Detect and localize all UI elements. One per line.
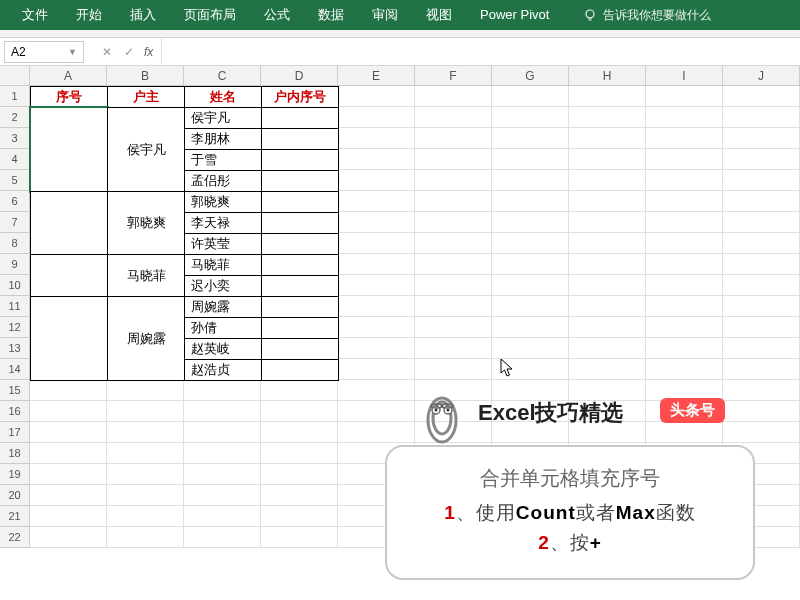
table-cell[interactable]: [261, 233, 339, 255]
cell[interactable]: [723, 128, 800, 149]
col-header[interactable]: A: [30, 66, 107, 85]
col-header[interactable]: H: [569, 66, 646, 85]
cell[interactable]: [723, 149, 800, 170]
cell[interactable]: [184, 506, 261, 527]
cell[interactable]: [338, 359, 415, 380]
col-header[interactable]: I: [646, 66, 723, 85]
cell[interactable]: [415, 296, 492, 317]
cell[interactable]: [184, 443, 261, 464]
cell[interactable]: [184, 485, 261, 506]
cell[interactable]: [646, 149, 723, 170]
cell[interactable]: [569, 212, 646, 233]
table-header[interactable]: 户主: [107, 86, 185, 108]
ribbon-tab[interactable]: Power Pivot: [466, 0, 563, 30]
cell[interactable]: [415, 212, 492, 233]
col-header[interactable]: G: [492, 66, 569, 85]
cell[interactable]: [415, 86, 492, 107]
cell[interactable]: [723, 359, 800, 380]
row-header[interactable]: 14: [0, 359, 30, 380]
cell[interactable]: [569, 191, 646, 212]
cell[interactable]: [30, 464, 107, 485]
cell[interactable]: [723, 380, 800, 401]
cell[interactable]: [415, 107, 492, 128]
name-box[interactable]: A2 ▼: [4, 41, 84, 63]
cell[interactable]: [261, 401, 338, 422]
table-cell[interactable]: 侯宇凡: [184, 107, 262, 129]
ribbon-tab[interactable]: 插入: [116, 0, 170, 30]
cell[interactable]: [261, 380, 338, 401]
row-header[interactable]: 5: [0, 170, 30, 191]
cell[interactable]: [338, 86, 415, 107]
cell[interactable]: [338, 380, 415, 401]
table-cell[interactable]: 周婉露: [107, 296, 185, 381]
cell[interactable]: [492, 275, 569, 296]
cell[interactable]: [569, 296, 646, 317]
table-cell[interactable]: [261, 296, 339, 318]
row-header[interactable]: 7: [0, 212, 30, 233]
row-header[interactable]: 13: [0, 338, 30, 359]
table-cell[interactable]: [261, 191, 339, 213]
cell[interactable]: [184, 464, 261, 485]
cell[interactable]: [338, 170, 415, 191]
cell[interactable]: [492, 212, 569, 233]
col-header[interactable]: B: [107, 66, 184, 85]
col-header[interactable]: J: [723, 66, 800, 85]
table-cell[interactable]: [261, 338, 339, 360]
cell[interactable]: [646, 233, 723, 254]
cell[interactable]: [415, 191, 492, 212]
cell[interactable]: [30, 485, 107, 506]
table-header[interactable]: 序号: [30, 86, 108, 108]
row-header[interactable]: 2: [0, 107, 30, 128]
cell[interactable]: [646, 254, 723, 275]
cell[interactable]: [569, 275, 646, 296]
cell[interactable]: [30, 443, 107, 464]
table-cell[interactable]: [261, 128, 339, 150]
cell[interactable]: [646, 191, 723, 212]
cell[interactable]: [338, 317, 415, 338]
confirm-icon[interactable]: ✓: [118, 45, 140, 59]
table-cell[interactable]: 李天禄: [184, 212, 262, 234]
table-cell[interactable]: [261, 317, 339, 339]
row-header[interactable]: 16: [0, 401, 30, 422]
cell[interactable]: [338, 191, 415, 212]
row-header[interactable]: 10: [0, 275, 30, 296]
cell[interactable]: [107, 506, 184, 527]
cell[interactable]: [184, 380, 261, 401]
table-cell[interactable]: 孟侣彤: [184, 170, 262, 192]
table-cell[interactable]: 孙倩: [184, 317, 262, 339]
ribbon-tab[interactable]: 视图: [412, 0, 466, 30]
col-header[interactable]: E: [338, 66, 415, 85]
table-cell[interactable]: [261, 275, 339, 297]
cell[interactable]: [107, 527, 184, 548]
cell[interactable]: [492, 338, 569, 359]
cell[interactable]: [492, 107, 569, 128]
cell[interactable]: [723, 86, 800, 107]
cell[interactable]: [569, 317, 646, 338]
cell[interactable]: [107, 443, 184, 464]
cell[interactable]: [261, 464, 338, 485]
row-header[interactable]: 8: [0, 233, 30, 254]
cell[interactable]: [338, 233, 415, 254]
cell[interactable]: [30, 401, 107, 422]
col-header[interactable]: F: [415, 66, 492, 85]
table-cell[interactable]: 许英莹: [184, 233, 262, 255]
table-cell[interactable]: [30, 191, 108, 255]
cell[interactable]: [415, 275, 492, 296]
table-cell[interactable]: 迟小奕: [184, 275, 262, 297]
cell[interactable]: [723, 107, 800, 128]
table-cell[interactable]: [261, 149, 339, 171]
cell[interactable]: [492, 191, 569, 212]
row-header[interactable]: 1: [0, 86, 30, 107]
cell[interactable]: [723, 275, 800, 296]
cell[interactable]: [107, 464, 184, 485]
table-cell[interactable]: [261, 254, 339, 276]
cell[interactable]: [723, 338, 800, 359]
table-cell[interactable]: 郭晓爽: [107, 191, 185, 255]
cell[interactable]: [569, 149, 646, 170]
cell[interactable]: [338, 107, 415, 128]
table-cell[interactable]: 周婉露: [184, 296, 262, 318]
cell[interactable]: [723, 233, 800, 254]
cell[interactable]: [338, 212, 415, 233]
cell[interactable]: [492, 170, 569, 191]
ribbon-tab[interactable]: 页面布局: [170, 0, 250, 30]
